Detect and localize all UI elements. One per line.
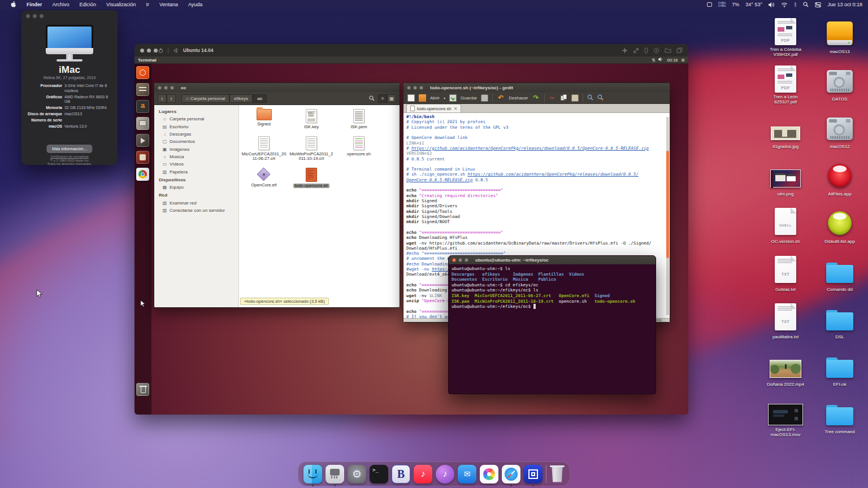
launcher-ubuntu-icon[interactable] xyxy=(136,66,149,79)
launcher-videos-icon[interactable] xyxy=(136,134,149,147)
wifi-icon[interactable] xyxy=(781,2,788,7)
close-tab-icon[interactable]: ✕ xyxy=(454,106,458,111)
file-isk.pem[interactable]: ISK.pem xyxy=(335,106,383,133)
copy-icon[interactable] xyxy=(560,94,567,102)
desktop-icon-do-ana-2022-mp4[interactable]: Doñana 2022.mp4 xyxy=(762,348,809,388)
shared-folder-icon[interactable] xyxy=(665,47,671,53)
window-buttons[interactable] xyxy=(158,86,174,90)
close-button[interactable] xyxy=(158,86,162,90)
terminal-text-area[interactable]: ubuntu@ubuntu-utm:~$ lsDescargas efikeys… xyxy=(449,264,656,394)
file-todo-opencore.sh[interactable]: todo-opencore.sh xyxy=(288,165,335,192)
sidebar-item-música[interactable]: ♪Música xyxy=(154,153,238,160)
file-micwinpropca2011_2011-10-19.crt[interactable]: MicWinProPCA2011_2011-10-19.crt xyxy=(288,133,335,165)
window-buttons[interactable] xyxy=(407,86,423,90)
menu-item-ayuda[interactable]: Ayuda xyxy=(183,2,207,7)
sidebar-item-equipo[interactable]: ▦Equipo xyxy=(154,184,238,191)
desktop-icon-efi-ok[interactable]: EFI-ok xyxy=(816,348,863,388)
desktop-icon-tren-a-c-rdoba-v39h3x-pdf[interactable]: PDFTren a Córdoba V39H3X.pdf xyxy=(762,16,809,58)
drive-icon[interactable] xyxy=(653,47,659,54)
dock-finder-icon[interactable] xyxy=(303,465,322,483)
zoom-button[interactable] xyxy=(154,49,158,53)
desktop-icon-utm-png[interactable]: utm.png xyxy=(762,158,809,198)
active-app-name[interactable]: Terminal xyxy=(138,58,157,63)
minimize-button[interactable] xyxy=(164,86,168,90)
minimize-button[interactable] xyxy=(147,49,151,53)
menu-item-archivo[interactable]: Archivo xyxy=(47,2,75,7)
close-button[interactable] xyxy=(407,86,411,90)
nautilus-titlebar[interactable]: oc xyxy=(154,83,400,92)
find-icon[interactable] xyxy=(587,94,593,102)
apple-menu-icon[interactable] xyxy=(6,1,21,8)
restore-icon[interactable] xyxy=(173,45,177,55)
maximize-button[interactable] xyxy=(170,86,174,90)
bluetooth-icon[interactable]: ᛒ xyxy=(794,2,797,7)
sidebar-item-examinar-red[interactable]: ▧Examinar red xyxy=(154,199,238,206)
dock-itunes-icon[interactable]: ♪ xyxy=(436,465,454,483)
new-document-icon[interactable] xyxy=(407,94,415,102)
back-button[interactable]: ‹ xyxy=(158,94,167,103)
sidebar-item-vídeos[interactable]: ▭Vídeos xyxy=(154,160,238,168)
menu-item-visualización[interactable]: Visualización xyxy=(101,2,141,7)
sidebar-item-documentos[interactable]: ▢Documentos xyxy=(154,138,238,145)
menu-item-finder[interactable]: Finder xyxy=(21,2,47,7)
temperature-widget[interactable]: 34° 53° xyxy=(745,2,762,7)
zoom-button[interactable] xyxy=(40,14,44,18)
control-center-icon[interactable] xyxy=(815,2,821,7)
file-opencore.efi[interactable]: OpenCore.efi xyxy=(240,165,288,192)
desktop-icon-eject-efi-macos13-mov[interactable]: Eject-EFI-macOS13.mov xyxy=(762,396,809,438)
menu-item-ir[interactable]: Ir xyxy=(141,2,154,7)
open-button[interactable]: Abrir xyxy=(430,95,440,101)
undo-icon[interactable]: ↶ xyxy=(497,94,505,102)
launcher-photos-icon[interactable] xyxy=(136,117,149,130)
utm-menubar-icon[interactable] xyxy=(707,2,712,7)
desktop-icon-datos[interactable]: DATOS xyxy=(816,63,863,103)
desktop-icon-macos13[interactable]: macOS13 xyxy=(816,16,863,55)
maximize-button[interactable] xyxy=(419,86,423,90)
search-icon[interactable] xyxy=(369,93,375,103)
maximize-button[interactable] xyxy=(465,258,468,262)
dock-trash-icon[interactable] xyxy=(550,465,565,483)
save-button[interactable]: Guardar xyxy=(461,95,477,101)
launcher-chromium-icon[interactable] xyxy=(136,168,149,181)
close-button[interactable] xyxy=(140,49,144,53)
cut-icon[interactable]: ✂ xyxy=(549,94,556,102)
sound-indicator-icon[interactable] xyxy=(658,57,663,63)
dock-terminal-icon[interactable]: >_ xyxy=(370,465,388,483)
icon-view-button[interactable]: ≡ xyxy=(378,94,387,103)
regulatory-link[interactable]: Certificación de normativas xyxy=(50,155,88,158)
more-info-button[interactable]: Más información... xyxy=(46,145,92,153)
gedit-scrollbar-thumb[interactable] xyxy=(666,151,669,258)
redo-icon[interactable]: ↷ xyxy=(532,94,540,102)
breadcrumb-oc[interactable]: oc xyxy=(253,94,267,103)
volume-icon[interactable] xyxy=(769,2,775,7)
print-icon[interactable] xyxy=(481,94,488,102)
breadcrumb-carpeta-personal[interactable]: ⌂Carpeta personal xyxy=(181,94,229,103)
desktop-icon-macos12[interactable]: macOS12 xyxy=(816,111,863,150)
desktop-icon-tree-command[interactable]: Tree command xyxy=(816,396,863,435)
sidebar-item-imágenes[interactable]: ▣Imágenes xyxy=(154,146,238,153)
minimize-button[interactable] xyxy=(458,258,462,262)
sidebar-item-escritorio[interactable]: ▤Escritorio xyxy=(154,123,238,130)
dock-screens-icon[interactable] xyxy=(524,465,542,483)
desktop-icon-tren-a-le-n-8z53j7-pdf[interactable]: PDFTren a León 8Z53J7.pdf xyxy=(762,63,809,106)
file-opencore.sh[interactable]: opencore.sh xyxy=(335,133,383,165)
tab-todo-opencore[interactable]: todo-opencore.sh ✕ xyxy=(406,104,461,112)
dock-safari-icon[interactable] xyxy=(502,465,520,483)
desktop-icon-paulillalira-txt[interactable]: TXTpaulillalira.txt xyxy=(762,301,809,341)
spotlight-icon[interactable] xyxy=(803,2,809,7)
menu-item-ventana[interactable]: Ventana xyxy=(154,2,183,7)
battery-percent[interactable]: 7% xyxy=(732,2,739,7)
launcher-files-icon[interactable] xyxy=(136,83,149,96)
resize-icon[interactable] xyxy=(633,47,639,54)
dock-photos-icon[interactable] xyxy=(480,465,498,483)
sidebar-item-conectarse-con-un-servidor[interactable]: ▨Conectarse con un servidor xyxy=(154,207,238,214)
dock-mail-icon[interactable]: ✉ xyxy=(458,465,476,483)
desktop-icon-allfiles-app[interactable]: AllFiles.app xyxy=(816,158,863,198)
window-buttons[interactable] xyxy=(452,258,468,262)
breadcrumb-efikeys[interactable]: efikeys xyxy=(229,94,253,103)
network-indicator-icon[interactable]: ⇅ xyxy=(652,58,655,63)
open-icon[interactable] xyxy=(419,94,426,102)
sidebar-item-papelera[interactable]: ▥Papelera xyxy=(154,168,238,176)
sidebar-item-descargas[interactable]: ↓Descargas xyxy=(154,130,238,138)
dock-settings-icon[interactable]: ⚙ xyxy=(348,465,366,483)
